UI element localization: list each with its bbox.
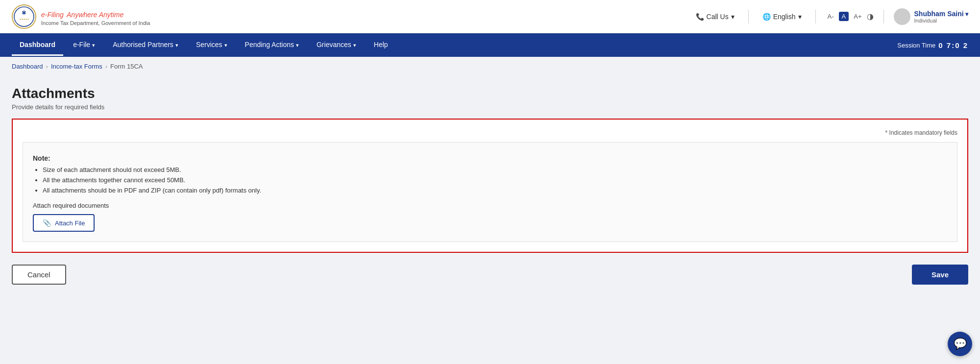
call-us-button[interactable]: Call Us ▾ [692, 11, 738, 23]
breadcrumb-income-tax-forms[interactable]: Income-tax Forms [51, 63, 102, 70]
avatar [894, 8, 910, 25]
svg-text:🏛: 🏛 [22, 10, 26, 15]
svg-point-0 [12, 5, 36, 28]
svg-text:★★★★★: ★★★★★ [19, 18, 29, 21]
user-info: Shubham Saini Individual [914, 10, 968, 24]
pending-arrow-icon [296, 41, 299, 49]
footer-actions: Cancel Save [12, 265, 968, 294]
session-time-label: Session Time [897, 42, 935, 49]
user-menu[interactable]: Shubham Saini Individual [894, 8, 968, 25]
note-item-3: All attachments should be in PDF and ZIP… [43, 187, 947, 194]
page-subtitle: Provide details for required fields [12, 103, 968, 111]
attachments-card: Note: Size of each attachment should not… [23, 142, 957, 242]
language-button[interactable]: English ▾ [759, 11, 806, 23]
paperclip-icon: 📎 [43, 219, 51, 227]
logo-tagline: Anywhere Anytime [67, 11, 123, 19]
breadcrumb-dashboard[interactable]: Dashboard [12, 63, 43, 70]
session-digits: 0 7:0 2 [938, 41, 968, 49]
grievances-arrow-icon [353, 41, 356, 49]
phone-icon [696, 13, 704, 21]
call-us-label: Call Us [707, 13, 729, 21]
attachments-section: * Indicates mandatory fields Note: Size … [12, 119, 968, 253]
language-arrow-icon: ▾ [798, 13, 802, 21]
note-label: Note: [33, 154, 947, 162]
logo-subtitle: Income Tax Department, Government of Ind… [41, 20, 150, 26]
font-default-button[interactable]: A [839, 12, 849, 21]
logo-text: e-Filing Anywhere Anytime Income Tax Dep… [41, 7, 150, 26]
efile-arrow-icon [92, 41, 95, 49]
breadcrumb-sep-2: › [105, 63, 107, 70]
font-decrease-button[interactable]: A- [826, 12, 836, 21]
nav-items: Dashboard e-File Authorised Partners Ser… [12, 35, 396, 56]
header-right: Call Us ▾ English ▾ A- A A+ ◑ Shubham Sa… [692, 8, 968, 25]
language-label: English [773, 13, 796, 21]
nav-item-dashboard[interactable]: Dashboard [12, 35, 63, 56]
site-header: 🏛 ★★★★★ e-Filing Anywhere Anytime Income… [0, 0, 980, 33]
nav-item-help[interactable]: Help [366, 35, 396, 56]
nav-item-authorised-partners[interactable]: Authorised Partners [105, 35, 186, 56]
breadcrumb-current: Form 15CA [110, 63, 143, 70]
attach-file-button[interactable]: 📎 Attach File [33, 214, 95, 232]
save-button[interactable]: Save [912, 265, 968, 285]
page-title: Attachments [12, 86, 968, 101]
user-name: Shubham Saini [914, 10, 968, 18]
logo-area: 🏛 ★★★★★ e-Filing Anywhere Anytime Income… [12, 4, 150, 29]
note-list: Size of each attachment should not excee… [33, 166, 947, 194]
breadcrumb: Dashboard › Income-tax Forms › Form 15CA [0, 57, 980, 76]
mandatory-note: * Indicates mandatory fields [23, 129, 957, 136]
emblem-icon: 🏛 ★★★★★ [12, 4, 36, 29]
logo-brand: e-Filing Anywhere Anytime [41, 7, 150, 20]
note-item-2: All the attachments together cannot exce… [43, 176, 947, 184]
services-arrow-icon [224, 41, 227, 49]
main-navbar: Dashboard e-File Authorised Partners Ser… [0, 33, 980, 57]
attach-documents-label: Attach required documents [33, 202, 947, 209]
divider-3 [883, 10, 884, 24]
contrast-button[interactable]: ◑ [867, 12, 874, 21]
nav-item-grievances[interactable]: Grievances [309, 35, 364, 56]
font-increase-button[interactable]: A+ [852, 12, 863, 21]
user-role: Individual [914, 18, 968, 24]
nav-item-services[interactable]: Services [188, 35, 235, 56]
font-controls: A- A A+ ◑ [826, 12, 874, 21]
divider-2 [815, 10, 816, 24]
nav-item-efile[interactable]: e-File [65, 35, 103, 56]
cancel-button[interactable]: Cancel [12, 265, 66, 285]
nav-item-pending-actions[interactable]: Pending Actions [237, 35, 307, 56]
main-content: Attachments Provide details for required… [0, 76, 980, 314]
breadcrumb-sep-1: › [46, 63, 48, 70]
note-section: Note: Size of each attachment should not… [33, 154, 947, 194]
divider [748, 10, 749, 24]
call-us-arrow-icon: ▾ [731, 13, 735, 21]
session-time: Session Time 0 7:0 2 [897, 41, 968, 49]
attach-file-label: Attach File [55, 219, 85, 227]
partners-arrow-icon [175, 41, 178, 49]
note-item-1: Size of each attachment should not excee… [43, 166, 947, 173]
globe-icon [762, 13, 771, 21]
